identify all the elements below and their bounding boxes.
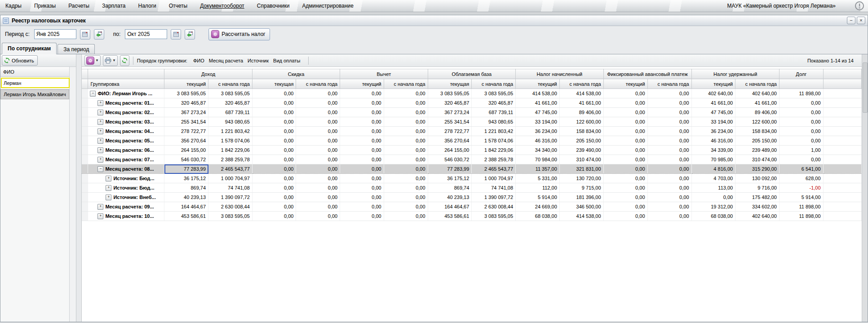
- value-cell[interactable]: 402 640,00: [691, 89, 735, 98]
- column-sub-header[interactable]: текущий: [164, 79, 208, 89]
- value-cell[interactable]: 5 914,00: [516, 193, 560, 202]
- column-group-header[interactable]: Скидка: [252, 69, 340, 79]
- value-cell[interactable]: 0,00: [340, 164, 384, 174]
- value-cell[interactable]: 0,00: [603, 98, 647, 108]
- column-group-header[interactable]: Вычет: [340, 69, 428, 79]
- value-cell[interactable]: 0,00: [340, 202, 384, 212]
- row-indicator[interactable]: [82, 108, 88, 117]
- value-cell[interactable]: 1 578 074,06: [472, 136, 516, 146]
- value-cell[interactable]: 74 741,08: [208, 183, 252, 193]
- value-cell[interactable]: 1 390 097,72: [208, 193, 252, 202]
- expand-icon[interactable]: +: [97, 100, 103, 106]
- column-sub-header[interactable]: с начала года: [559, 79, 603, 89]
- value-cell[interactable]: 77 283,99: [428, 164, 472, 174]
- expand-icon[interactable]: +: [97, 213, 103, 219]
- group-cell[interactable]: +Источник: Бюд...: [88, 174, 164, 183]
- value-cell[interactable]: 6 541,00: [779, 164, 823, 174]
- column-group-header[interactable]: Доход: [164, 69, 252, 79]
- fio-filter-input[interactable]: [1, 78, 70, 88]
- value-cell[interactable]: 0,00: [252, 164, 296, 174]
- row-indicator[interactable]: [82, 98, 88, 108]
- group-cell[interactable]: −Месяц расчета: 08...: [88, 164, 164, 174]
- value-cell[interactable]: 2 630 008,44: [208, 202, 252, 212]
- value-cell[interactable]: 0,00: [340, 174, 384, 183]
- value-cell[interactable]: 1 221 803,42: [208, 127, 252, 136]
- menu-item[interactable]: Кадры: [5, 3, 22, 9]
- value-cell[interactable]: 0,00: [647, 202, 691, 212]
- column-group-header[interactable]: Фиксированный авансовый платеж: [603, 69, 691, 79]
- period-to-input[interactable]: [125, 29, 167, 39]
- value-cell[interactable]: 2 465 543,77: [208, 164, 252, 174]
- column-sub-header[interactable]: текущий: [516, 79, 560, 89]
- value-cell[interactable]: 0,00: [384, 164, 428, 174]
- value-cell[interactable]: 46 316,00: [516, 136, 560, 146]
- value-cell[interactable]: 11 357,00: [516, 164, 560, 174]
- expand-icon[interactable]: +: [97, 157, 103, 163]
- menu-item[interactable]: Зарплата: [102, 3, 126, 9]
- value-cell[interactable]: 356 270,64: [428, 136, 472, 146]
- value-cell[interactable]: 11 898,00: [779, 202, 823, 212]
- value-cell[interactable]: 0,00: [647, 117, 691, 127]
- column-group-header[interactable]: Долг: [779, 69, 823, 79]
- table-row[interactable]: −Месяц расчета: 08...77 283,992 465 543,…: [82, 164, 862, 174]
- value-cell[interactable]: 255 341,54: [164, 117, 208, 127]
- value-cell[interactable]: 0,00: [691, 193, 735, 202]
- value-cell[interactable]: 36 234,00: [516, 127, 560, 136]
- value-cell[interactable]: 0,00: [252, 174, 296, 183]
- value-cell[interactable]: 0,00: [252, 202, 296, 212]
- grouping-chip[interactable]: Вид оплаты: [273, 58, 300, 63]
- table-row[interactable]: +Месяц расчета: 01...320 465,87320 465,8…: [82, 98, 862, 108]
- value-cell[interactable]: 0,00: [384, 212, 428, 221]
- value-cell[interactable]: 346 500,00: [559, 202, 603, 212]
- value-cell[interactable]: 175 482,00: [735, 193, 779, 202]
- value-cell[interactable]: 278 722,77: [164, 127, 208, 136]
- expand-icon[interactable]: +: [106, 185, 111, 191]
- value-cell[interactable]: 181 396,00: [559, 193, 603, 202]
- menu-item[interactable]: Справочники: [257, 3, 290, 9]
- value-cell[interactable]: 36 175,12: [164, 174, 208, 183]
- value-cell[interactable]: 41 661,00: [735, 98, 779, 108]
- value-cell[interactable]: 0,00: [296, 155, 340, 164]
- value-cell[interactable]: 0,00: [296, 183, 340, 193]
- value-cell[interactable]: 205 150,00: [735, 136, 779, 146]
- value-cell[interactable]: 239 490,00: [559, 146, 603, 155]
- period-from-input[interactable]: [34, 29, 76, 39]
- column-sub-header[interactable]: текущий: [691, 79, 735, 89]
- grid-refresh-button[interactable]: [120, 55, 129, 66]
- refresh-button[interactable]: Обновить: [2, 55, 38, 66]
- value-cell[interactable]: 11 898,00: [779, 89, 823, 98]
- value-cell[interactable]: 414 538,00: [516, 89, 560, 98]
- value-cell[interactable]: 0,00: [252, 117, 296, 127]
- group-cell[interactable]: +Источник: Внеб...: [88, 193, 164, 202]
- value-cell[interactable]: 0,00: [603, 127, 647, 136]
- value-cell[interactable]: 89 406,00: [735, 108, 779, 117]
- value-cell[interactable]: 5 914,00: [779, 193, 823, 202]
- value-cell[interactable]: 36 234,00: [691, 127, 735, 136]
- value-cell[interactable]: 40 239,13: [428, 193, 472, 202]
- value-cell[interactable]: 4 703,00: [691, 174, 735, 183]
- value-cell[interactable]: 9 715,00: [559, 183, 603, 193]
- value-cell[interactable]: 5 331,00: [516, 174, 560, 183]
- value-cell[interactable]: 310 474,00: [559, 155, 603, 164]
- value-cell[interactable]: 0,00: [296, 89, 340, 98]
- value-cell[interactable]: 0,00: [603, 108, 647, 117]
- value-cell[interactable]: 0,00: [779, 127, 823, 136]
- value-cell[interactable]: 2 465 543,77: [472, 164, 516, 174]
- row-indicator[interactable]: [82, 193, 88, 202]
- value-cell[interactable]: 334 602,00: [735, 202, 779, 212]
- grouping-chip[interactable]: ФИО: [193, 58, 204, 63]
- value-cell[interactable]: 9 716,00: [735, 183, 779, 193]
- expand-icon[interactable]: +: [97, 110, 103, 115]
- value-cell[interactable]: 687 739,11: [472, 108, 516, 117]
- value-cell[interactable]: 0,00: [252, 108, 296, 117]
- value-cell[interactable]: 1 842 229,06: [472, 146, 516, 155]
- value-cell[interactable]: 0,00: [647, 193, 691, 202]
- value-cell[interactable]: 1 842 229,06: [208, 146, 252, 155]
- table-row[interactable]: +Месяц расчета: 04...278 722,771 221 803…: [82, 127, 862, 136]
- value-cell[interactable]: 0,00: [252, 89, 296, 98]
- value-cell[interactable]: 0,00: [252, 155, 296, 164]
- value-cell[interactable]: 3 083 595,05: [472, 212, 516, 221]
- calculate-tax-button[interactable]: Рассчитать налог: [208, 28, 270, 40]
- expand-icon[interactable]: +: [97, 147, 103, 153]
- tab-by-employees[interactable]: По сотрудникам: [2, 43, 57, 54]
